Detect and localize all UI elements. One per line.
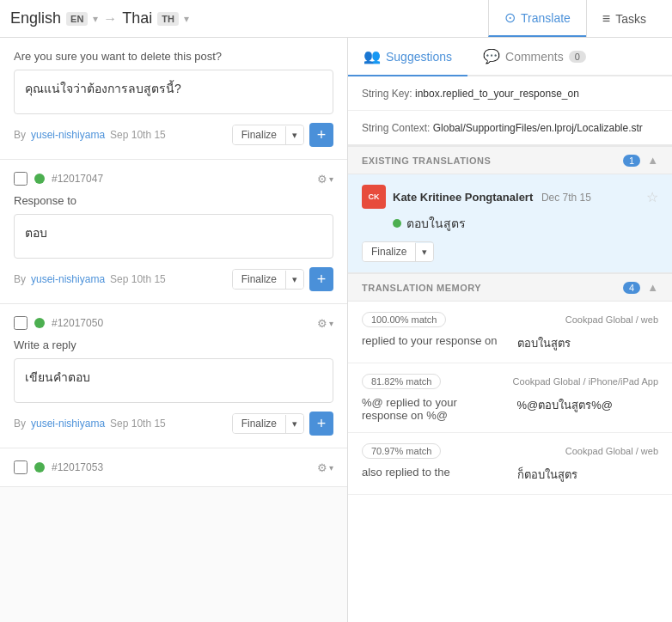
tasks-icon: ≡: [602, 11, 610, 27]
tab-tasks-label: Tasks: [615, 12, 646, 26]
existing-finalize-button[interactable]: Finalize ▾: [362, 241, 434, 262]
finalize-dropdown[interactable]: ▾: [285, 415, 303, 433]
source-text: Are you sure you want to delete this pos…: [14, 50, 333, 63]
gear-button[interactable]: ⚙ ▾: [317, 317, 333, 330]
memory-target-text: ก็ตอบในสูตร: [517, 466, 659, 484]
string-key-row: String Key: inbox.replied_to_your_respon…: [348, 76, 672, 111]
avatar-initials: CK: [369, 192, 380, 201]
translation-dot: [393, 219, 401, 228]
gear-button[interactable]: ⚙ ▾: [317, 173, 333, 186]
author-link[interactable]: yusei-nishiyama: [31, 418, 105, 430]
memory-match-badge: 100.00% match: [362, 312, 446, 327]
memory-meta: 100.00% match Cookpad Global / web: [362, 312, 658, 327]
translation-card: #12017047 ⚙ ▾ Response to ตอบ By yusei-n…: [0, 160, 347, 304]
existing-translations-count: 1: [623, 155, 640, 167]
finalize-main-label[interactable]: Finalize: [233, 270, 285, 289]
gear-icon: ⚙: [317, 461, 327, 474]
finalize-button[interactable]: Finalize ▾: [232, 125, 304, 145]
translation-card: #12017053 ⚙ ▾: [0, 448, 347, 487]
right-panel-tabs: 👥 Suggestions 💬 Comments 0: [348, 38, 672, 76]
by-label: By: [14, 273, 26, 285]
translation-text[interactable]: ตอบ: [14, 214, 333, 259]
memory-meta: 70.97% match Cookpad Global / web: [362, 443, 658, 459]
card-id: #12017050: [52, 317, 103, 329]
add-button[interactable]: +: [309, 267, 333, 291]
add-button[interactable]: +: [309, 123, 333, 147]
target-language-label: Thai: [122, 9, 152, 27]
gear-button[interactable]: ⚙ ▾: [317, 461, 333, 474]
string-context-label: String Context:: [362, 122, 433, 134]
existing-translations-title: EXISTING TRANSLATIONS: [362, 156, 491, 166]
translator-row: CK Kate Kritinee Pongtanalert Dec 7th 15…: [362, 185, 658, 209]
target-lang-badge: TH: [157, 12, 179, 26]
finalize-main-label[interactable]: Finalize: [233, 414, 285, 433]
memory-item: 70.97% match Cookpad Global / web also r…: [348, 433, 672, 495]
memory-item: 81.82% match Cookpad Global / iPhone/iPa…: [348, 363, 672, 433]
status-dot: [34, 462, 45, 473]
existing-finalize-label[interactable]: Finalize: [363, 242, 415, 261]
memory-match-badge: 70.97% match: [362, 443, 441, 459]
finalize-dropdown[interactable]: ▾: [285, 126, 303, 144]
translate-icon: ⊙: [504, 9, 516, 26]
status-dot: [34, 174, 45, 184]
translator-avatar: CK: [362, 185, 386, 209]
translation-text[interactable]: คุณแน่ใจว่าต้องการลบสูตรนี้?: [14, 70, 333, 114]
finalize-dropdown[interactable]: ▾: [285, 271, 303, 289]
existing-translations-header: EXISTING TRANSLATIONS 1 ▲: [348, 146, 672, 174]
memory-content: replied to your response on ตอบในสูตร: [362, 334, 658, 352]
app-header: English EN ▾ → Thai TH ▾ ⊙ Translate ≡ T…: [0, 0, 672, 38]
tab-comments[interactable]: 💬 Comments 0: [467, 38, 602, 76]
translation-text[interactable]: เขียนคำตอบ: [14, 358, 333, 403]
tab-comments-label: Comments: [505, 50, 564, 64]
tab-tasks[interactable]: ≡ Tasks: [586, 0, 662, 37]
existing-translation-text: ตอบในสูตร: [393, 214, 658, 233]
translator-date: Dec 7th 15: [541, 192, 591, 204]
memory-source-text: replied to your response on: [362, 334, 504, 352]
source-language-label: English: [10, 9, 61, 27]
existing-translations-toggle[interactable]: ▲: [647, 154, 658, 167]
memory-source-name: Cookpad Global / iPhone/iPad App: [513, 376, 658, 387]
finalize-button[interactable]: Finalize ▾: [232, 413, 304, 434]
card-footer: By yusei-nishiyama Sep 10th 15 Finalize …: [14, 267, 333, 291]
memory-content: %@ replied to your response on %@ %@ตอบใ…: [362, 396, 658, 422]
translator-info: Kate Kritinee Pongtanalert Dec 7th 15: [393, 191, 591, 204]
by-label: By: [14, 129, 26, 141]
target-lang-chevron[interactable]: ▾: [184, 13, 189, 25]
status-dot: [34, 318, 45, 328]
tab-translate[interactable]: ⊙ Translate: [488, 0, 586, 37]
date-label: Sep 10th 15: [110, 273, 227, 285]
translation-memory-title: TRANSLATION MEMORY: [362, 283, 481, 293]
memory-match-badge: 81.82% match: [362, 374, 441, 389]
card-checkbox[interactable]: [14, 316, 27, 330]
plus-icon: +: [317, 271, 327, 289]
author-link[interactable]: yusei-nishiyama: [31, 273, 105, 285]
memory-source-name: Cookpad Global / web: [565, 314, 658, 325]
source-lang-chevron[interactable]: ▾: [93, 13, 98, 25]
left-panel: Are you sure you want to delete this pos…: [0, 38, 348, 622]
star-button[interactable]: ☆: [646, 189, 658, 205]
card-checkbox[interactable]: [14, 460, 27, 474]
string-context-row: String Context: Global/SupportingFiles/e…: [348, 111, 672, 146]
finalize-button[interactable]: Finalize ▾: [232, 269, 304, 290]
existing-finalize-dropdown[interactable]: ▾: [415, 243, 433, 261]
memory-content: also replied to the ก็ตอบในสูตร: [362, 466, 658, 484]
card-id: #12017047: [52, 173, 103, 185]
tab-suggestions[interactable]: 👥 Suggestions: [348, 38, 467, 76]
author-link[interactable]: yusei-nishiyama: [31, 129, 105, 141]
main-content: Are you sure you want to delete this pos…: [0, 38, 672, 622]
add-button[interactable]: +: [309, 412, 333, 436]
translation-memory-toggle[interactable]: ▲: [647, 281, 658, 294]
string-key-label: String Key:: [362, 88, 415, 100]
card-header: #12017050 ⚙ ▾: [14, 316, 333, 330]
finalize-main-label[interactable]: Finalize: [233, 125, 285, 144]
source-text: Response to: [14, 194, 333, 207]
existing-translation-item: CK Kate Kritinee Pongtanalert Dec 7th 15…: [348, 174, 672, 273]
date-label: Sep 10th 15: [110, 129, 227, 141]
translation-card: #12017050 ⚙ ▾ Write a reply เขียนคำตอบ B…: [0, 304, 347, 448]
card-checkbox[interactable]: [14, 172, 27, 186]
card-footer: By yusei-nishiyama Sep 10th 15 Finalize …: [14, 412, 333, 436]
tab-translate-label: Translate: [521, 11, 571, 25]
memory-item: 100.00% match Cookpad Global / web repli…: [348, 302, 672, 363]
language-selector[interactable]: English EN ▾ → Thai TH ▾: [10, 9, 189, 27]
header-tabs: ⊙ Translate ≡ Tasks: [488, 0, 662, 37]
